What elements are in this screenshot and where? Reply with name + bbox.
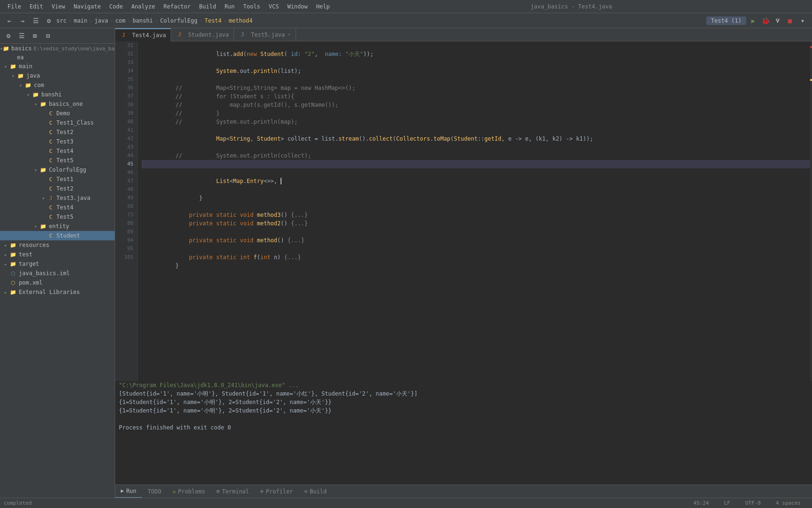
forward-button[interactable]: →: [17, 15, 28, 26]
breadcrumb-colorfulegg[interactable]: ColorfulEgg: [160, 17, 197, 24]
coverage-button[interactable]: ⛛: [773, 16, 783, 26]
run-config-label[interactable]: Test4 (1): [706, 16, 746, 25]
tree-item-test1-ce[interactable]: C Test1: [0, 175, 115, 184]
test1class-label: Test1_Class: [56, 119, 94, 126]
code-line-48: }: [141, 185, 810, 194]
tree-item-banshi[interactable]: ▾ 📁 banshi: [0, 90, 115, 99]
main-label: main: [19, 63, 32, 70]
build-tab-icon: ⚒: [304, 488, 307, 494]
tree-item-resources[interactable]: ▸ 📁 resources: [0, 240, 115, 250]
tree-item-iml[interactable]: ⬡ java_basics.iml: [0, 269, 115, 278]
code-line-95: private static int f(int n) {...}: [141, 245, 810, 253]
menu-view[interactable]: View: [48, 2, 69, 11]
menu-file[interactable]: File: [4, 2, 25, 11]
tree-item-ext-libs[interactable]: ▸ 📁 External Libraries: [0, 287, 115, 297]
breadcrumb-test4[interactable]: Test4: [204, 17, 221, 24]
tree-item-test5-ce[interactable]: C Test5: [0, 212, 115, 222]
menu-run[interactable]: Run: [221, 2, 239, 11]
tree-item-test2-ce[interactable]: C Test2: [0, 184, 115, 193]
tree-item-test3-basics[interactable]: C Test3: [0, 137, 115, 146]
stop-button[interactable]: ■: [785, 16, 795, 26]
tree-item-test2-basics[interactable]: C Test2: [0, 127, 115, 137]
tab-test4[interactable]: J Test4.java: [115, 28, 171, 41]
entity-label: entity: [49, 223, 69, 230]
status-encoding[interactable]: UTF-8: [745, 500, 761, 506]
line-num-42: 42: [127, 135, 133, 143]
build-tab-label: Build: [310, 488, 327, 495]
run-button[interactable]: ▶: [748, 16, 758, 26]
tab-student-icon: J: [176, 31, 183, 39]
tab-student[interactable]: J Student.java: [171, 28, 234, 41]
demo-class-icon: C: [47, 110, 55, 117]
menu-refactor[interactable]: Refactor: [160, 2, 195, 11]
target-label: target: [19, 261, 39, 267]
status-position[interactable]: 45:24: [694, 500, 709, 506]
project-root[interactable]: ▾ 📁 basics E:\vedio_study\one\java_basic…: [0, 44, 115, 53]
bottom-tab-run[interactable]: ▶ Run: [115, 485, 142, 498]
menu-tools[interactable]: Tools: [240, 2, 264, 11]
menu-help[interactable]: Help: [312, 2, 334, 11]
line-num-44: 44: [127, 151, 133, 160]
tab-student-label: Student.java: [188, 32, 229, 38]
tree-item-student[interactable]: C Student: [0, 231, 115, 240]
settings-button[interactable]: ⚙: [43, 15, 55, 26]
tree-item-test1class[interactable]: C Test1_Class: [0, 118, 115, 127]
debug-button[interactable]: 🐞: [760, 16, 771, 26]
tab-test5-close[interactable]: ×: [288, 32, 291, 38]
menu-vcs[interactable]: VCS: [265, 2, 283, 11]
tree-item-test4-basics[interactable]: C Test4: [0, 146, 115, 156]
test4-ce-icon: C: [47, 204, 55, 211]
menu-code[interactable]: Code: [106, 2, 127, 11]
tree-item-entity[interactable]: ▾ 📁 entity: [0, 222, 115, 231]
breadcrumb-main[interactable]: main: [74, 17, 87, 24]
ext-libs-icon: 📁: [9, 288, 17, 296]
com-folder-icon: 📁: [24, 81, 32, 89]
sidebar-layout-icon[interactable]: ☰: [16, 30, 27, 41]
menu-window[interactable]: Window: [283, 2, 311, 11]
breadcrumb-java[interactable]: java: [94, 17, 108, 24]
tree-item-java[interactable]: ▾ 📁 java: [0, 71, 115, 80]
more-run-options[interactable]: ▾: [797, 15, 808, 26]
tree-item-target[interactable]: ▸ 📁 target: [0, 259, 115, 269]
recent-files-button[interactable]: ☰: [30, 15, 41, 26]
tree-item-test5-basics[interactable]: C Test5: [0, 156, 115, 165]
tree-item-demo[interactable]: C Demo: [0, 109, 115, 118]
breadcrumb-src[interactable]: src: [56, 17, 67, 24]
code-line-89: private static void method() {...}: [141, 228, 810, 236]
menu-edit[interactable]: Edit: [26, 2, 47, 11]
tree-item-test[interactable]: ▸ 📁 test: [0, 250, 115, 259]
breadcrumb-method4[interactable]: method4: [229, 17, 253, 24]
bottom-tab-problems[interactable]: ⚠ Problems: [167, 485, 211, 498]
breadcrumb-banshi[interactable]: banshi: [133, 17, 153, 24]
tree-item-pom[interactable]: ⬡ pom.xml: [0, 278, 115, 287]
menu-bar: File Edit View Navigate Code Analyze Ref…: [0, 0, 812, 13]
bottom-tab-profiler[interactable]: ⊕ Profiler: [255, 485, 298, 498]
sidebar-settings-icon[interactable]: ⚙: [3, 30, 14, 41]
back-button[interactable]: ←: [4, 15, 15, 26]
menu-analyze[interactable]: Analyze: [127, 2, 159, 11]
bottom-tab-todo[interactable]: TODO: [142, 485, 167, 498]
bottom-tab-terminal[interactable]: ⊞ Terminal: [211, 485, 255, 498]
code-lines[interactable]: list.add(new Student( id: "2", name: "小天…: [138, 41, 810, 381]
tree-item-test3-ce[interactable]: ▾ J Test3.java: [0, 193, 115, 203]
sidebar-expand-icon[interactable]: ⊞: [29, 30, 40, 41]
bottom-tab-build[interactable]: ⚒ Build: [298, 485, 332, 498]
status-lf[interactable]: LF: [724, 500, 730, 506]
tree-item-basics-one[interactable]: ▾ 📁 basics_one: [0, 99, 115, 109]
tree-item-main[interactable]: ▾ 📁 main: [0, 62, 115, 71]
menu-navigate[interactable]: Navigate: [70, 2, 105, 11]
tree-item-ea[interactable]: ea: [0, 53, 115, 62]
tree-item-test4-ce[interactable]: C Test4: [0, 203, 115, 212]
breadcrumb-com[interactable]: com: [115, 17, 125, 24]
menu-build[interactable]: Build: [195, 2, 220, 11]
ea-label: ea: [17, 54, 23, 61]
tab-test5[interactable]: J Test5.java ×: [234, 28, 296, 41]
tree-item-com[interactable]: ▾ 📁 com: [0, 80, 115, 90]
code-editor[interactable]: 31 32 33 34 35 36 37 38 39 40 41 42 43 4…: [115, 41, 812, 381]
tree-item-colorfulegg[interactable]: ▾ 📁 ColorfulEgg: [0, 165, 115, 175]
sidebar-collapse-icon[interactable]: ⊟: [42, 30, 54, 41]
line-num-101: 101: [124, 253, 133, 262]
sidebar-toolbar: ⚙ ☰ ⊞ ⊟: [0, 28, 115, 44]
terminal-tab-icon: ⊞: [217, 488, 220, 494]
status-indent[interactable]: 4 spaces: [776, 500, 801, 506]
